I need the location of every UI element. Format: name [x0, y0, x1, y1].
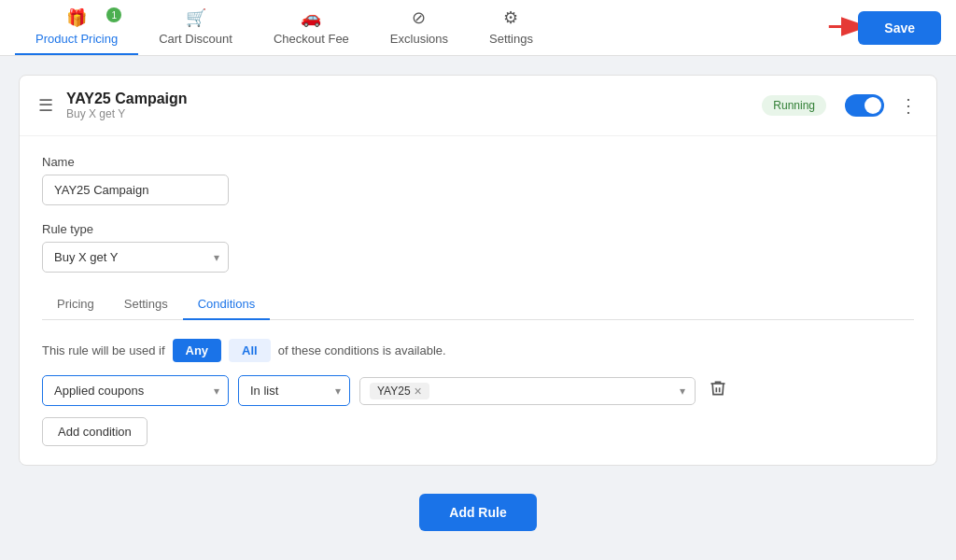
campaign-toggle[interactable]	[845, 94, 884, 117]
tag-input-chevron-icon[interactable]: ▾	[680, 385, 685, 398]
card-header: ☰ YAY25 Campaign Buy X get Y Running ⋮	[20, 76, 936, 136]
name-input[interactable]	[42, 175, 229, 205]
rule-type-select[interactable]: Buy X get Y	[42, 242, 229, 273]
tab-inner-conditions[interactable]: Conditions	[183, 289, 270, 320]
product-pricing-icon: 🎁	[66, 7, 87, 28]
exclusions-icon: ⊘	[412, 7, 426, 28]
inner-pricing-label: Pricing	[57, 297, 94, 311]
tab-checkout-fee-label: Checkout Fee	[274, 32, 349, 46]
inner-conditions-label: Conditions	[198, 297, 255, 311]
checkout-fee-icon: 🚗	[301, 7, 321, 28]
tab-cart-discount-label: Cart Discount	[159, 32, 232, 46]
add-condition-button[interactable]: Add condition	[42, 417, 148, 446]
tab-settings-label: Settings	[489, 32, 533, 46]
nav-tabs: 🎁 Product Pricing 1 🛒 Cart Discount 🚗 Ch…	[15, 0, 554, 55]
tab-settings[interactable]: ⚙ Settings	[469, 0, 554, 55]
conditions-suffix: of these conditions is available.	[278, 343, 446, 357]
any-button[interactable]: Any	[173, 339, 222, 362]
condition-operator-wrapper: In list ▾	[238, 375, 350, 406]
product-pricing-badge: 1	[106, 7, 121, 22]
tab-product-pricing[interactable]: 🎁 Product Pricing 1	[15, 0, 138, 55]
tag-remove-icon[interactable]: ×	[415, 385, 422, 398]
condition-field-wrapper: Applied coupons ▾	[42, 375, 229, 406]
settings-icon: ⚙	[503, 7, 518, 28]
status-badge: Running	[762, 95, 826, 116]
campaign-subtitle: Buy X get Y	[66, 107, 743, 120]
tab-cart-discount[interactable]: 🛒 Cart Discount	[138, 0, 253, 55]
main-content: ☰ YAY25 Campaign Buy X get Y Running ⋮ N…	[0, 56, 956, 560]
tab-inner-pricing[interactable]: Pricing	[42, 289, 109, 320]
inner-tabs: Pricing Settings Conditions	[42, 289, 914, 320]
delete-condition-button[interactable]	[705, 375, 731, 406]
condition-value-input[interactable]: YAY25 × ▾	[359, 377, 696, 405]
tab-exclusions[interactable]: ⊘ Exclusions	[370, 0, 469, 55]
card-menu-icon[interactable]: ⋮	[899, 94, 918, 117]
tab-product-pricing-label: Product Pricing	[35, 32, 118, 46]
tab-checkout-fee[interactable]: 🚗 Checkout Fee	[253, 0, 370, 55]
campaign-card: ☰ YAY25 Campaign Buy X get Y Running ⋮ N…	[19, 75, 937, 466]
condition-row: Applied coupons ▾ In list ▾ YAY25 ×	[42, 375, 914, 406]
condition-operator-select[interactable]: In list	[238, 375, 350, 406]
card-body: Name Rule type Buy X get Y ▾ Pricing	[20, 136, 936, 465]
tag-label: YAY25	[377, 385, 411, 398]
nav-bar: 🎁 Product Pricing 1 🛒 Cart Discount 🚗 Ch…	[0, 0, 956, 56]
card-title-block: YAY25 Campaign Buy X get Y	[66, 91, 743, 120]
tab-exclusions-label: Exclusions	[390, 32, 448, 46]
add-rule-button[interactable]: Add Rule	[419, 494, 536, 531]
rule-type-label: Rule type	[42, 222, 914, 236]
name-form-group: Name	[42, 155, 914, 205]
condition-tag-yay25: YAY25 ×	[370, 383, 429, 399]
all-button[interactable]: All	[229, 339, 271, 362]
drag-handle-icon[interactable]: ☰	[38, 95, 53, 116]
inner-settings-label: Settings	[124, 297, 168, 311]
save-button[interactable]: Save	[858, 11, 941, 45]
rule-type-form-group: Rule type Buy X get Y ▾	[42, 222, 914, 273]
rule-type-select-wrapper: Buy X get Y ▾	[42, 242, 229, 273]
tab-inner-settings[interactable]: Settings	[109, 289, 183, 320]
name-label: Name	[42, 155, 914, 169]
conditions-rule-text: This rule will be used if Any All of the…	[42, 339, 914, 362]
campaign-title: YAY25 Campaign	[66, 91, 743, 107]
cart-discount-icon: 🛒	[186, 7, 206, 28]
conditions-prefix: This rule will be used if	[42, 343, 165, 357]
condition-field-select[interactable]: Applied coupons	[42, 375, 229, 406]
bottom-area: Add Rule	[419, 490, 536, 531]
